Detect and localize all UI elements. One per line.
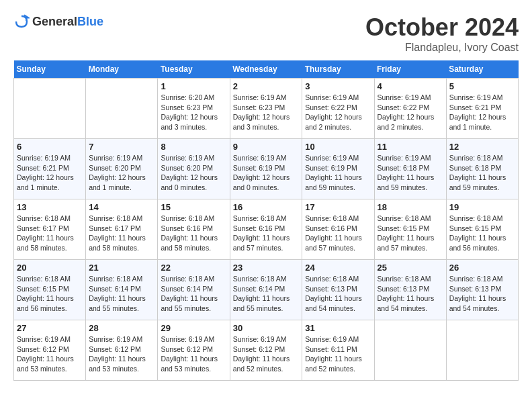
day-info: Sunrise: 6:18 AM Sunset: 6:14 PM Dayligh…: [233, 274, 300, 314]
calendar-cell: [446, 320, 518, 381]
calendar-week-row: 27Sunrise: 6:19 AM Sunset: 6:12 PM Dayli…: [14, 320, 519, 381]
day-info: Sunrise: 6:18 AM Sunset: 6:17 PM Dayligh…: [17, 214, 83, 253]
calendar-cell: 4Sunrise: 6:19 AM Sunset: 6:22 PM Daylig…: [374, 79, 446, 139]
calendar-cell: 7Sunrise: 6:19 AM Sunset: 6:20 PM Daylig…: [86, 139, 158, 199]
logo-icon: [13, 13, 30, 30]
day-number: 4: [378, 81, 443, 91]
title-area: October 2024 Flandapleu, Ivory Coast: [365, 13, 519, 54]
day-number: 12: [449, 142, 515, 152]
calendar-cell: 30Sunrise: 6:19 AM Sunset: 6:12 PM Dayli…: [230, 320, 302, 381]
day-info: Sunrise: 6:18 AM Sunset: 6:13 PM Dayligh…: [449, 274, 515, 314]
day-number: 10: [305, 142, 371, 152]
calendar-cell: 18Sunrise: 6:18 AM Sunset: 6:15 PM Dayli…: [374, 199, 446, 260]
day-info: Sunrise: 6:18 AM Sunset: 6:16 PM Dayligh…: [161, 214, 226, 253]
logo-text: GeneralBlue: [32, 15, 103, 29]
day-info: Sunrise: 6:19 AM Sunset: 6:22 PM Dayligh…: [305, 93, 371, 132]
weekday-header: Sunday: [14, 60, 86, 79]
calendar-cell: 2Sunrise: 6:19 AM Sunset: 6:23 PM Daylig…: [230, 79, 302, 139]
day-info: Sunrise: 6:18 AM Sunset: 6:15 PM Dayligh…: [449, 214, 515, 253]
calendar-cell: 17Sunrise: 6:18 AM Sunset: 6:16 PM Dayli…: [302, 199, 374, 260]
weekday-header: Thursday: [302, 60, 374, 79]
page-header: GeneralBlue October 2024 Flandapleu, Ivo…: [13, 13, 519, 54]
calendar-cell: [86, 79, 158, 139]
day-info: Sunrise: 6:19 AM Sunset: 6:21 PM Dayligh…: [17, 153, 83, 193]
location-title: Flandapleu, Ivory Coast: [365, 42, 519, 54]
weekday-header: Saturday: [446, 60, 518, 79]
calendar-cell: 14Sunrise: 6:18 AM Sunset: 6:17 PM Dayli…: [86, 199, 158, 260]
calendar-cell: 27Sunrise: 6:19 AM Sunset: 6:12 PM Dayli…: [14, 320, 86, 381]
day-number: 31: [305, 323, 371, 333]
day-info: Sunrise: 6:19 AM Sunset: 6:20 PM Dayligh…: [89, 153, 154, 193]
calendar-cell: [374, 320, 446, 381]
calendar-cell: 26Sunrise: 6:18 AM Sunset: 6:13 PM Dayli…: [446, 260, 518, 320]
calendar-cell: 1Sunrise: 6:20 AM Sunset: 6:23 PM Daylig…: [158, 79, 230, 139]
day-number: 1: [161, 81, 226, 91]
weekday-header: Monday: [86, 60, 158, 79]
day-info: Sunrise: 6:19 AM Sunset: 6:12 PM Dayligh…: [89, 334, 154, 374]
day-info: Sunrise: 6:18 AM Sunset: 6:14 PM Dayligh…: [89, 274, 154, 314]
day-number: 15: [161, 202, 226, 212]
calendar-table: SundayMondayTuesdayWednesdayThursdayFrid…: [13, 60, 519, 381]
day-info: Sunrise: 6:20 AM Sunset: 6:23 PM Dayligh…: [161, 93, 226, 132]
calendar-cell: 8Sunrise: 6:19 AM Sunset: 6:20 PM Daylig…: [158, 139, 230, 199]
day-number: 5: [449, 81, 515, 91]
day-number: 28: [89, 323, 154, 333]
day-number: 27: [17, 323, 83, 333]
calendar-cell: 5Sunrise: 6:19 AM Sunset: 6:21 PM Daylig…: [446, 79, 518, 139]
day-number: 21: [89, 263, 154, 273]
day-info: Sunrise: 6:18 AM Sunset: 6:17 PM Dayligh…: [89, 214, 154, 253]
day-info: Sunrise: 6:19 AM Sunset: 6:23 PM Dayligh…: [233, 93, 300, 132]
day-info: Sunrise: 6:19 AM Sunset: 6:19 PM Dayligh…: [233, 153, 300, 193]
day-info: Sunrise: 6:18 AM Sunset: 6:13 PM Dayligh…: [378, 274, 443, 314]
day-number: 2: [233, 81, 300, 91]
month-title: October 2024: [365, 13, 519, 42]
day-number: 30: [233, 323, 300, 333]
day-info: Sunrise: 6:18 AM Sunset: 6:18 PM Dayligh…: [449, 153, 515, 193]
calendar-cell: 31Sunrise: 6:19 AM Sunset: 6:11 PM Dayli…: [302, 320, 374, 381]
calendar-cell: 28Sunrise: 6:19 AM Sunset: 6:12 PM Dayli…: [86, 320, 158, 381]
weekday-header: Tuesday: [158, 60, 230, 79]
day-number: 11: [378, 142, 443, 152]
calendar-cell: 21Sunrise: 6:18 AM Sunset: 6:14 PM Dayli…: [86, 260, 158, 320]
calendar-cell: 12Sunrise: 6:18 AM Sunset: 6:18 PM Dayli…: [446, 139, 518, 199]
day-info: Sunrise: 6:19 AM Sunset: 6:19 PM Dayligh…: [305, 153, 371, 193]
calendar-cell: 15Sunrise: 6:18 AM Sunset: 6:16 PM Dayli…: [158, 199, 230, 260]
day-info: Sunrise: 6:19 AM Sunset: 6:12 PM Dayligh…: [161, 334, 226, 374]
day-info: Sunrise: 6:18 AM Sunset: 6:16 PM Dayligh…: [233, 214, 300, 253]
day-info: Sunrise: 6:18 AM Sunset: 6:16 PM Dayligh…: [305, 214, 371, 253]
calendar-cell: 11Sunrise: 6:19 AM Sunset: 6:18 PM Dayli…: [374, 139, 446, 199]
weekday-header: Wednesday: [230, 60, 302, 79]
day-number: 13: [17, 202, 83, 212]
day-info: Sunrise: 6:19 AM Sunset: 6:20 PM Dayligh…: [161, 153, 226, 193]
day-info: Sunrise: 6:18 AM Sunset: 6:15 PM Dayligh…: [378, 214, 443, 253]
logo-general: General: [32, 15, 77, 28]
day-info: Sunrise: 6:19 AM Sunset: 6:12 PM Dayligh…: [233, 334, 300, 374]
day-info: Sunrise: 6:19 AM Sunset: 6:21 PM Dayligh…: [449, 93, 515, 132]
calendar-cell: 3Sunrise: 6:19 AM Sunset: 6:22 PM Daylig…: [302, 79, 374, 139]
calendar-header-row: SundayMondayTuesdayWednesdayThursdayFrid…: [14, 60, 519, 79]
day-info: Sunrise: 6:18 AM Sunset: 6:14 PM Dayligh…: [161, 274, 226, 314]
logo: GeneralBlue: [13, 13, 103, 30]
day-number: 24: [305, 263, 371, 273]
calendar-week-row: 13Sunrise: 6:18 AM Sunset: 6:17 PM Dayli…: [14, 199, 519, 260]
calendar-week-row: 20Sunrise: 6:18 AM Sunset: 6:15 PM Dayli…: [14, 260, 519, 320]
calendar-cell: 23Sunrise: 6:18 AM Sunset: 6:14 PM Dayli…: [230, 260, 302, 320]
calendar-cell: 10Sunrise: 6:19 AM Sunset: 6:19 PM Dayli…: [302, 139, 374, 199]
day-number: 14: [89, 202, 154, 212]
calendar-cell: [14, 79, 86, 139]
day-number: 25: [378, 263, 443, 273]
calendar-cell: 20Sunrise: 6:18 AM Sunset: 6:15 PM Dayli…: [14, 260, 86, 320]
weekday-header: Friday: [374, 60, 446, 79]
day-number: 8: [161, 142, 226, 152]
day-info: Sunrise: 6:19 AM Sunset: 6:12 PM Dayligh…: [17, 334, 83, 374]
day-number: 29: [161, 323, 226, 333]
calendar-week-row: 1Sunrise: 6:20 AM Sunset: 6:23 PM Daylig…: [14, 79, 519, 139]
calendar-cell: 13Sunrise: 6:18 AM Sunset: 6:17 PM Dayli…: [14, 199, 86, 260]
day-number: 19: [449, 202, 515, 212]
day-info: Sunrise: 6:19 AM Sunset: 6:22 PM Dayligh…: [378, 93, 443, 132]
day-number: 16: [233, 202, 300, 212]
day-number: 22: [161, 263, 226, 273]
day-info: Sunrise: 6:19 AM Sunset: 6:18 PM Dayligh…: [378, 153, 443, 193]
day-info: Sunrise: 6:18 AM Sunset: 6:13 PM Dayligh…: [305, 274, 371, 314]
day-number: 18: [378, 202, 443, 212]
